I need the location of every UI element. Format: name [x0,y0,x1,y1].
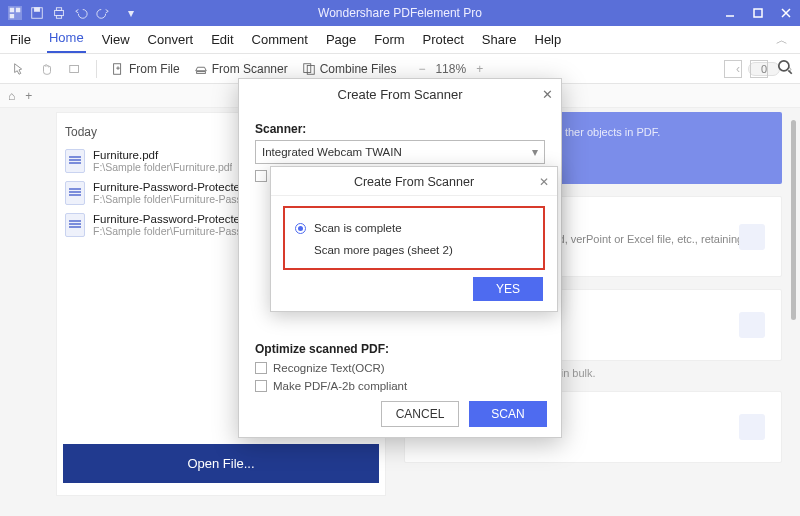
dialog1-title: Create From Scanner [338,87,463,102]
pdfa-checkbox[interactable] [255,380,267,392]
svg-line-14 [788,70,791,73]
scan-complete-dialog: Create From Scanner✕ Scan is complete Sc… [270,166,558,312]
collapse-ribbon-icon[interactable]: ︿ [772,28,792,53]
cancel-button[interactable]: CANCEL [381,401,459,427]
zoom-in-button[interactable]: + [476,62,483,76]
title-bar: ▾ Wondershare PDFelement Pro [0,0,800,26]
dialog2-close-icon[interactable]: ✕ [539,175,549,189]
svg-rect-7 [754,9,762,17]
scanner-label: Scanner: [255,122,545,136]
combine-files-button[interactable]: Combine Files [298,60,401,78]
svg-point-13 [779,61,789,71]
use-interface-checkbox[interactable] [255,170,267,182]
scrollbar[interactable] [791,120,796,320]
from-scanner-button[interactable]: From Scanner [190,60,292,78]
minimize-button[interactable] [716,0,744,26]
right-tools [724,58,794,79]
convert-icon [739,224,765,250]
zoom-level: 118% [435,62,466,76]
undo-icon[interactable] [74,6,88,20]
menu-bar: File Home View Convert Edit Comment Page… [0,26,800,54]
svg-rect-5 [56,16,61,19]
screenshot-icon[interactable] [724,60,742,78]
dialog2-title: Create From Scanner [354,175,474,189]
menu-file[interactable]: File [8,28,33,53]
pdf-icon [65,213,85,237]
menu-page[interactable]: Page [324,28,358,53]
open-file-button[interactable]: Open File... [63,444,379,483]
combine-icon [739,312,765,338]
svg-rect-8 [70,65,79,72]
menu-comment[interactable]: Comment [250,28,310,53]
save-icon[interactable] [30,6,44,20]
menu-convert[interactable]: Convert [146,28,196,53]
scan-button[interactable]: SCAN [469,401,547,427]
print-icon[interactable] [52,6,66,20]
svg-rect-9 [114,63,121,74]
hand-tool-icon[interactable] [36,60,58,78]
dropdown-icon[interactable]: ▾ [124,6,138,20]
menu-edit[interactable]: Edit [209,28,235,53]
menu-home[interactable]: Home [47,26,86,53]
layout-icon[interactable] [750,60,768,78]
home-tab-icon[interactable]: ⌂ [8,89,15,103]
yes-button[interactable]: YES [473,277,543,301]
window-title: Wondershare PDFelement Pro [318,6,482,20]
select-tool-icon[interactable] [64,60,86,78]
svg-rect-2 [34,8,39,12]
ocr-checkbox[interactable] [255,362,267,374]
highlight-box: Scan is complete Scan more pages (sheet … [283,206,545,270]
menu-protect[interactable]: Protect [421,28,466,53]
close-button[interactable] [772,0,800,26]
new-tab-button[interactable]: + [25,89,32,103]
svg-rect-10 [196,71,205,73]
search-icon[interactable] [776,58,794,79]
menu-share[interactable]: Share [480,28,519,53]
menu-form[interactable]: Form [372,28,406,53]
optimize-label: Optimize scanned PDF: [255,342,545,356]
from-file-button[interactable]: From File [107,60,184,78]
pdf-icon [65,149,85,173]
menu-view[interactable]: View [100,28,132,53]
scan-complete-radio[interactable] [295,223,306,234]
pdf-icon [65,181,85,205]
menu-help[interactable]: Help [533,28,564,53]
pointer-tool-icon[interactable] [8,60,30,78]
zoom-out-button[interactable]: − [418,62,425,76]
scanner-select[interactable]: Integrated Webcam TWAIN▾ [255,140,545,164]
redo-icon[interactable] [96,6,110,20]
maximize-button[interactable] [744,0,772,26]
dialog1-close-icon[interactable]: ✕ [542,87,553,102]
svg-rect-3 [55,10,64,15]
templates-icon [739,414,765,440]
svg-rect-4 [56,8,61,11]
app-logo-icon [8,6,22,20]
chevron-down-icon: ▾ [532,145,538,159]
